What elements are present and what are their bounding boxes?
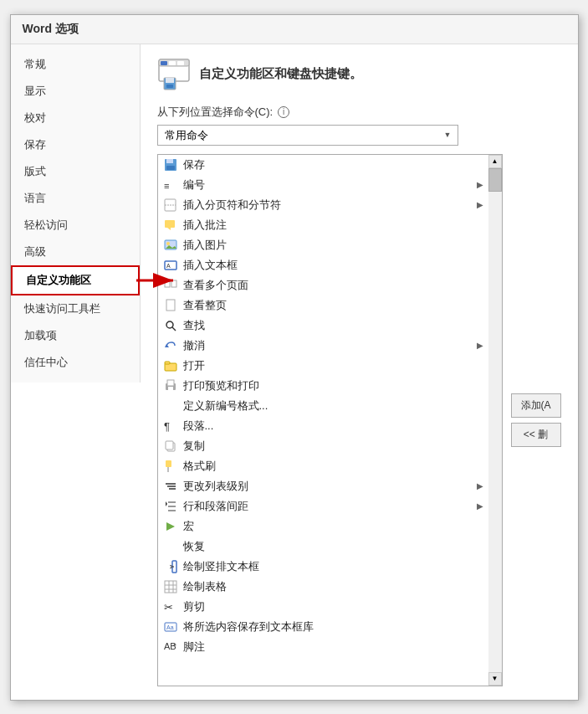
command-text-numbering: 编号 — [183, 177, 472, 193]
customize-ribbon-icon — [157, 58, 191, 91]
command-item-view-multiple-pages[interactable]: 查看多个页面 — [158, 275, 488, 295]
remove-button[interactable]: << 删 — [511, 423, 561, 447]
sidebar-item-customize-ribbon[interactable]: 自定义功能区 — [11, 265, 140, 295]
sidebar-item-accessibility[interactable]: 轻松访问 — [11, 212, 140, 239]
command-text-save: 保存 — [183, 157, 483, 172]
command-item-footnote[interactable]: AB+脚注 — [158, 637, 488, 657]
command-icon-cut: ✂ — [163, 599, 178, 614]
sidebar-item-general[interactable]: 常规 — [11, 51, 140, 78]
command-text-insert-comment: 插入批注 — [183, 218, 483, 233]
sidebar-item-save[interactable]: 保存 — [11, 131, 140, 158]
command-item-format-painter[interactable]: 格式刷 — [158, 456, 488, 476]
command-item-undo[interactable]: 撤消▶ — [158, 336, 488, 356]
svg-text:✂: ✂ — [164, 601, 173, 614]
scroll-track — [488, 168, 502, 672]
sidebar-item-display[interactable]: 显示 — [11, 78, 140, 105]
command-item-insert-comment[interactable]: 插入批注 — [158, 215, 488, 235]
sidebar-item-language[interactable]: 语言 — [11, 185, 140, 212]
command-icon-draw-table — [163, 579, 178, 594]
command-text-print-preview: 打印预览和打印 — [183, 378, 483, 393]
command-item-open[interactable]: 打开 — [158, 356, 488, 376]
svg-text:¶: ¶ — [164, 420, 170, 433]
sidebar-item-addins[interactable]: 加载项 — [11, 322, 140, 349]
command-item-draw-vertical-textbox[interactable]: A绘制竖排文本框 — [158, 557, 488, 577]
command-item-print-preview[interactable]: 打印预览和打印 — [158, 376, 488, 396]
svg-rect-37 — [166, 460, 171, 467]
command-item-line-paragraph-spacing[interactable]: 行和段落间距▶ — [158, 496, 488, 516]
svg-marker-45 — [166, 501, 167, 506]
svg-rect-36 — [166, 441, 173, 449]
command-icon-insert-picture — [163, 238, 178, 253]
svg-rect-4 — [161, 61, 167, 65]
sidebar-item-proofing[interactable]: 校对 — [11, 105, 140, 131]
command-icon-macro — [163, 519, 178, 534]
command-icon-copy — [163, 439, 178, 454]
command-item-cut[interactable]: ✂剪切 — [158, 597, 488, 617]
command-icon-numbering: ≡ — [163, 177, 178, 193]
command-item-insert-picture[interactable]: 插入图片 — [158, 235, 488, 255]
command-text-insert-picture: 插入图片 — [183, 238, 483, 253]
command-item-insert-page-section[interactable]: 插入分页符和分节符▶ — [158, 195, 488, 215]
sidebar-item-quick-access[interactable]: 快速访问工具栏 — [11, 295, 140, 322]
add-button[interactable]: 添加(A — [511, 393, 561, 418]
svg-rect-5 — [169, 61, 176, 65]
command-text-paragraph: 段落... — [183, 419, 483, 434]
word-options-dialog: Word 选项 常规显示校对保存版式语言轻松访问高级自定义功能区快速访问工具栏加… — [10, 14, 579, 701]
svg-rect-25 — [166, 300, 175, 311]
commands-list[interactable]: 保存≡编号▶插入分页符和分节符▶插入批注插入图片A插入文本框查看多个页面查看整页… — [158, 155, 488, 686]
command-item-paragraph[interactable]: ¶段落... — [158, 416, 488, 436]
command-text-insert-page-section: 插入分页符和分节符 — [183, 198, 472, 213]
commands-area: ▲ ▼ 保存≡编号▶插入分页符和分节符▶插入批注插入图片A插入文本框查看多个页面… — [157, 154, 561, 686]
command-item-macro[interactable]: 宏 — [158, 516, 488, 537]
command-item-change-list-level[interactable]: 更改列表级别▶ — [158, 476, 488, 496]
command-item-find[interactable]: 查找 — [158, 316, 488, 336]
dropdown-wrapper[interactable]: 常用命令所有命令不在功能区中的命令宏 — [157, 125, 458, 146]
command-text-undo: 撤消 — [183, 338, 472, 353]
svg-rect-49 — [165, 581, 176, 593]
command-source-dropdown[interactable]: 常用命令所有命令不在功能区中的命令宏 — [157, 125, 458, 146]
command-item-save-selection-to-gallery[interactable]: Aа将所选内容保存到文本框库 — [158, 617, 488, 637]
command-item-draw-table[interactable]: 绘制表格 — [158, 577, 488, 597]
command-text-draw-vertical-textbox: 绘制竖排文本框 — [183, 559, 483, 574]
sidebar-item-style[interactable]: 版式 — [11, 158, 140, 185]
svg-point-26 — [166, 321, 173, 328]
command-item-insert-textbox[interactable]: A插入文本框 — [158, 255, 488, 275]
scroll-up-arrow[interactable]: ▲ — [488, 155, 502, 168]
command-icon-restore — [163, 539, 178, 554]
svg-text:A: A — [169, 564, 175, 568]
command-text-copy: 复制 — [183, 439, 483, 454]
svg-line-27 — [172, 327, 176, 331]
command-text-view-whole-page: 查看整页 — [183, 298, 483, 313]
svg-text:+: + — [173, 642, 176, 648]
command-item-save[interactable]: 保存 — [158, 155, 488, 175]
svg-text:A: A — [166, 263, 171, 269]
command-item-define-list-format[interactable]: 定义新编号格式... — [158, 396, 488, 416]
command-text-line-paragraph-spacing: 行和段落间距 — [183, 499, 472, 514]
command-item-numbering[interactable]: ≡编号▶ — [158, 175, 488, 195]
scroll-thumb[interactable] — [488, 168, 502, 192]
command-text-macro: 宏 — [183, 519, 483, 534]
command-text-insert-textbox: 插入文本框 — [183, 258, 483, 273]
svg-rect-9 — [166, 85, 173, 88]
sidebar-item-trust-center[interactable]: 信任中心 — [11, 349, 140, 376]
svg-rect-32 — [167, 380, 174, 386]
svg-text:Aа: Aа — [166, 624, 174, 630]
sidebar-item-advanced[interactable]: 高级 — [11, 239, 140, 265]
dialog-title: Word 选项 — [11, 15, 578, 44]
dropdown-label: 从下列位置选择命令(C): i — [157, 105, 561, 120]
command-text-cut: 剪切 — [183, 599, 483, 614]
command-icon-insert-textbox: A — [163, 258, 178, 273]
scroll-down-arrow[interactable]: ▼ — [488, 672, 502, 686]
command-icon-open — [163, 358, 178, 373]
command-icon-define-list-format — [163, 398, 178, 414]
svg-rect-23 — [165, 280, 170, 287]
command-text-change-list-level: 更改列表级别 — [183, 479, 472, 494]
command-icon-footnote: AB+ — [163, 640, 178, 655]
command-text-save-selection-to-gallery: 将所选内容保存到文本框库 — [183, 619, 483, 634]
sidebar: 常规显示校对保存版式语言轻松访问高级自定义功能区快速访问工具栏加载项信任中心 — [11, 44, 141, 383]
command-item-restore[interactable]: 恢复 — [158, 537, 488, 557]
info-icon[interactable]: i — [278, 106, 289, 118]
command-item-copy[interactable]: 复制 — [158, 436, 488, 456]
command-item-view-whole-page[interactable]: 查看整页 — [158, 295, 488, 316]
svg-rect-30 — [165, 362, 170, 364]
